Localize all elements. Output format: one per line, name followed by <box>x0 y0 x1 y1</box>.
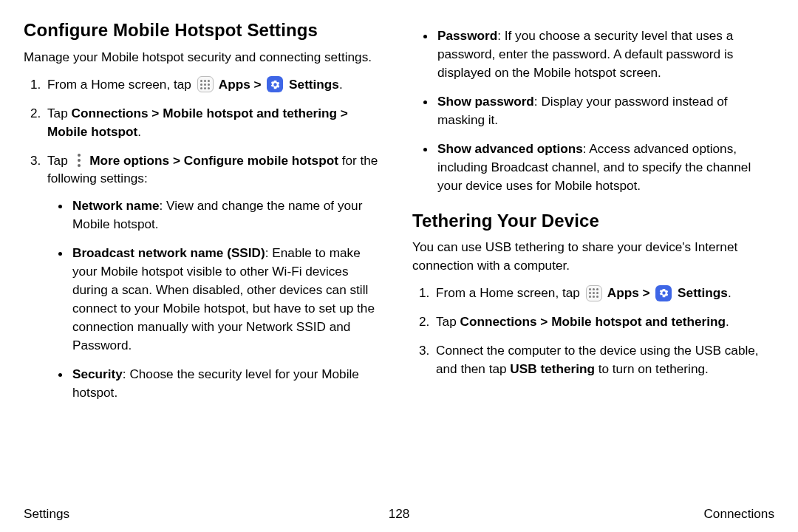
tstep3-suffix: to turn on tethering. <box>595 361 709 376</box>
two-column-layout: Configure Mobile Hotspot Settings Manage… <box>24 18 774 412</box>
steps-list-tethering: From a Home screen, tap Apps > Settings.… <box>412 284 774 378</box>
mobile-hotspot-tethering-label: Mobile hotspot and tethering <box>163 106 337 120</box>
bullet-broadcast-ssid: Broadcast network name (SSID): Enable to… <box>71 244 386 355</box>
bullet-key: Network name <box>72 198 159 213</box>
settings-icon <box>655 285 672 301</box>
settings-icon <box>267 76 283 92</box>
bullet-security: Security: Choose the security level for … <box>71 365 386 402</box>
apps-label: Apps <box>216 77 250 92</box>
bullet-key: Broadcast network name (SSID) <box>72 245 265 260</box>
page-footer: Settings 128 Connections <box>24 506 774 522</box>
bullet-value: : Enable to make your Mobile hotspot vis… <box>72 245 375 352</box>
configure-mobile-hotspot-label: Configure mobile hotspot <box>184 153 338 168</box>
bullet-key: Show password <box>437 94 534 109</box>
mobile-hotspot-tethering-label: Mobile hotspot and tethering <box>551 314 726 329</box>
period: . <box>726 314 729 329</box>
tether-step-2: Tap Connections > Mobile hotspot and tet… <box>433 313 774 331</box>
connections-label: Connections <box>460 314 537 329</box>
chevron-icon: > <box>537 314 552 329</box>
intro-text-tethering: You can use USB tethering to share your … <box>412 238 774 275</box>
right-column: Password: If you choose a security level… <box>412 18 774 412</box>
mobile-hotspot-label: Mobile hotspot <box>47 124 137 139</box>
page-number: 128 <box>389 506 410 522</box>
bullet-show-password: Show password: Display your password ins… <box>436 92 774 129</box>
step2-prefix: Tap <box>47 106 72 120</box>
section-heading-tethering: Tethering Your Device <box>412 208 774 234</box>
settings-label: Settings <box>674 285 728 300</box>
apps-icon <box>197 76 214 92</box>
bullet-key: Security <box>72 366 123 381</box>
intro-text: Manage your Mobile hotspot security and … <box>24 48 386 66</box>
tethering-section: Tethering Your Device You can use USB te… <box>412 208 774 378</box>
step1-prefix: From a Home screen, tap <box>47 77 195 92</box>
settings-label: Settings <box>285 77 339 92</box>
usb-tethering-label: USB tethering <box>510 361 595 376</box>
period: . <box>339 77 343 92</box>
bullet-password: Password: If you choose a security level… <box>436 27 774 82</box>
tstep2-prefix: Tap <box>436 314 460 329</box>
chevron-icon: > <box>149 106 163 120</box>
bullet-network-name: Network name: View and change the name o… <box>71 197 386 233</box>
bullet-show-advanced: Show advanced options: Access advanced o… <box>436 140 774 195</box>
step3-prefix: Tap <box>47 153 72 168</box>
period: . <box>728 285 732 300</box>
tether-step-1: From a Home screen, tap Apps > Settings. <box>433 284 774 302</box>
footer-left: Settings <box>24 506 69 522</box>
step-2: Tap Connections > Mobile hotspot and tet… <box>44 104 386 141</box>
connections-label: Connections <box>72 106 149 120</box>
more-options-icon <box>74 152 84 168</box>
options-bullets: Network name: View and change the name o… <box>47 197 386 401</box>
tether-step-3: Connect the computer to the device using… <box>433 341 774 378</box>
chevron-icon: > <box>250 77 265 92</box>
manual-page: Configure Mobile Hotspot Settings Manage… <box>0 0 798 532</box>
chevron-icon: > <box>169 153 184 168</box>
steps-list-configure: From a Home screen, tap Apps > Settings.… <box>24 75 386 402</box>
chevron-icon: > <box>639 285 654 300</box>
options-bullets-continued: Password: If you choose a security level… <box>412 27 774 195</box>
footer-right: Connections <box>703 506 774 522</box>
more-options-label: More options <box>86 153 170 168</box>
bullet-key: Password <box>437 28 497 43</box>
section-heading-configure: Configure Mobile Hotspot Settings <box>24 18 386 44</box>
apps-label: Apps <box>604 285 639 300</box>
chevron-icon: > <box>337 106 348 120</box>
step-3: Tap More options > Configure mobile hots… <box>44 151 386 402</box>
step-1: From a Home screen, tap Apps > Settings. <box>44 75 386 94</box>
tstep1-prefix: From a Home screen, tap <box>436 285 584 300</box>
apps-icon <box>586 285 602 301</box>
bullet-key: Show advanced options <box>437 141 583 156</box>
left-column: Configure Mobile Hotspot Settings Manage… <box>24 18 386 412</box>
period: . <box>137 124 141 139</box>
